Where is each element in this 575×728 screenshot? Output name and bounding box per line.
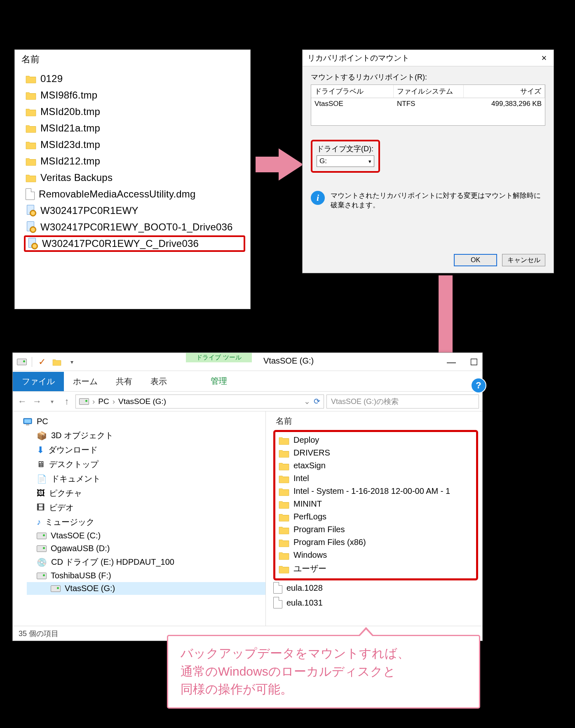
grid-header-filesystem[interactable]: ファイルシステム [394, 85, 464, 98]
nav-label: 3D オブジェクト [51, 430, 113, 441]
nav-label: CD ドライブ (E:) HDPDAUT_100 [51, 557, 174, 568]
recovery-point-grid[interactable]: ドライブラベル ファイルシステム サイズ VtasSOE NTFS 499,38… [311, 85, 545, 126]
list-item[interactable]: PerfLogs [279, 510, 473, 523]
nav-item[interactable]: 🖥デスクトップ [37, 457, 265, 472]
list-item[interactable]: etaxSign [279, 459, 473, 472]
grid-header-size[interactable]: サイズ [464, 85, 545, 98]
list-item[interactable]: Veritas Backups [24, 169, 245, 186]
file-name: eula.1031 [286, 598, 323, 608]
nav-history-icon[interactable]: ▾ [46, 398, 58, 405]
nav-item[interactable]: OgawaUSB (D:) [37, 542, 265, 555]
list-item[interactable]: W302417PC0R1EWY [24, 202, 245, 219]
help-icon[interactable]: ? [471, 378, 486, 393]
list-item[interactable]: Deploy [279, 434, 473, 446]
nav-label: デスクトップ [49, 459, 99, 470]
ok-button[interactable]: OK [454, 254, 497, 266]
nav-item[interactable]: 💿CD ドライブ (E:) HDPDAUT_100 [37, 555, 265, 569]
close-icon[interactable]: × [537, 53, 551, 63]
file-list: 0129MSI98f6.tmpMSId20b.tmpMSId21a.tmpMSI… [15, 69, 250, 254]
maximize-icon[interactable]: ☐ [470, 357, 478, 368]
address-dropdown-icon[interactable]: ⌄ [304, 397, 310, 406]
drive-letter-select[interactable]: G: ▾ [317, 155, 374, 167]
minimize-icon[interactable]: — [447, 357, 456, 368]
content-pane[interactable]: 名前 DeployDRIVERSetaxSignIntelIntel - Sys… [266, 411, 482, 626]
breadcrumb-pc[interactable]: PC [98, 397, 109, 406]
nav-item[interactable]: 📦3D オブジェクト [37, 428, 265, 443]
file-name: Deploy [293, 435, 319, 445]
file-name: W302417PC0R1EWY [40, 205, 138, 216]
list-item[interactable]: DRIVERS [279, 446, 473, 459]
nav-label: ビデオ [49, 502, 74, 513]
cancel-button[interactable]: キャンセル [502, 254, 545, 266]
list-item[interactable]: ユーザー [279, 561, 473, 576]
tab-home[interactable]: ホーム [64, 372, 107, 391]
file-name: 0129 [40, 73, 63, 85]
file-name: DRIVERS [293, 448, 330, 458]
qat-dropdown-icon[interactable]: ▾ [67, 357, 77, 367]
list-item[interactable]: eula.1028 [273, 580, 478, 595]
nav-back-icon[interactable]: ← [16, 396, 28, 407]
file-name: MSI98f6.tmp [40, 89, 97, 101]
nav-item[interactable]: ToshibaUSB (F:) [37, 569, 265, 582]
mount-recovery-point-dialog: リカバリポイントのマウント × マウントするリカバリポイント(R): ドライブラ… [302, 49, 554, 273]
svg-marker-3 [256, 148, 303, 181]
list-item[interactable]: MSId21a.tmp [24, 120, 245, 136]
grid-row[interactable]: VtasSOE NTFS 499,383,296 KB [311, 98, 545, 110]
breadcrumb-location[interactable]: VtasSOE (G:) [118, 397, 166, 406]
grid-header-label[interactable]: ドライブラベル [311, 85, 394, 98]
list-item[interactable]: Program Files [279, 523, 473, 536]
nav-item[interactable]: ⬇ダウンロード [37, 443, 265, 457]
list-item[interactable]: MSId23d.tmp [24, 136, 245, 153]
list-item[interactable]: eula.1031 [273, 595, 478, 610]
list-item[interactable]: Program Files (x86) [279, 536, 473, 549]
file-name: PerfLogs [293, 512, 326, 521]
list-item[interactable]: MININT [279, 498, 473, 510]
search-input[interactable]: VtasSOE (G:)の検索 [326, 395, 479, 409]
refresh-icon[interactable]: ⟳ [314, 397, 320, 406]
folder-icon [26, 74, 36, 83]
file-name: MSId23d.tmp [40, 139, 100, 150]
address-bar[interactable]: › PC › VtasSOE (G:) ⌄ ⟳ [75, 395, 324, 409]
list-item[interactable]: Intel - System - 1-16-2018 12-00-00 AM -… [279, 485, 473, 498]
list-item[interactable]: MSI98f6.tmp [24, 87, 245, 103]
list-item[interactable]: MSId212.tmp [24, 153, 245, 169]
tab-share[interactable]: 共有 [107, 372, 141, 391]
list-item[interactable]: RemovableMediaAccessUtility.dmg [24, 186, 245, 202]
ribbon-tabs: ファイル ホーム 共有 表示 管理 ? [13, 371, 482, 392]
list-item[interactable]: W302417PC0R1EWY_BOOT0-1_Drive036 [24, 219, 245, 235]
nav-label: OgawaUSB (D:) [51, 544, 110, 553]
nav-item[interactable]: 🎞ビデオ [37, 500, 265, 515]
nav-item[interactable]: 🖼ピクチャ [37, 486, 265, 500]
nav-item[interactable]: VtasSOE (C:) [37, 529, 265, 542]
nav-icon: 🖥 [37, 460, 45, 469]
file-name: Intel [293, 474, 309, 483]
nav-item[interactable]: 📄ドキュメント [37, 472, 265, 486]
tab-manage[interactable]: 管理 [186, 376, 252, 387]
nav-forward-icon[interactable]: → [31, 396, 43, 407]
nav-pc[interactable]: PC [23, 415, 265, 428]
folder-icon [26, 91, 36, 100]
list-item[interactable]: W302417PC0R1EWY_C_Drive036 [24, 235, 245, 252]
download-icon: ⬇ [37, 445, 44, 456]
nav-item[interactable]: ♪ミュージック [37, 515, 265, 529]
folder-icon [279, 512, 289, 521]
tab-view[interactable]: 表示 [141, 372, 176, 391]
list-item[interactable]: Windows [279, 549, 473, 561]
drive-icon [79, 398, 89, 405]
folder-icon [279, 538, 289, 547]
checkmark-icon[interactable]: ✓ [37, 357, 47, 367]
folder-icon [279, 474, 289, 483]
folder-icon [279, 461, 289, 470]
column-header-name[interactable]: 名前 [273, 414, 478, 430]
tab-file[interactable]: ファイル [13, 372, 64, 391]
list-item[interactable]: MSId20b.tmp [24, 103, 245, 120]
explorer-window: ✓ ▾ ドライブ ツール VtasSOE (G:) — ☐ ファイル ホーム 共… [12, 352, 483, 641]
column-header-name[interactable]: 名前 [15, 50, 250, 69]
navigation-pane[interactable]: PC 📦3D オブジェクト⬇ダウンロード🖥デスクトップ📄ドキュメント🖼ピクチャ🎞… [13, 411, 266, 626]
list-item[interactable]: 0129 [24, 70, 245, 87]
file-name: etaxSign [293, 461, 326, 470]
nav-up-icon[interactable]: ↑ [61, 396, 73, 407]
folder-quick-icon[interactable] [52, 357, 62, 367]
list-item[interactable]: Intel [279, 472, 473, 485]
nav-item[interactable]: VtasSOE (G:) [27, 582, 265, 595]
